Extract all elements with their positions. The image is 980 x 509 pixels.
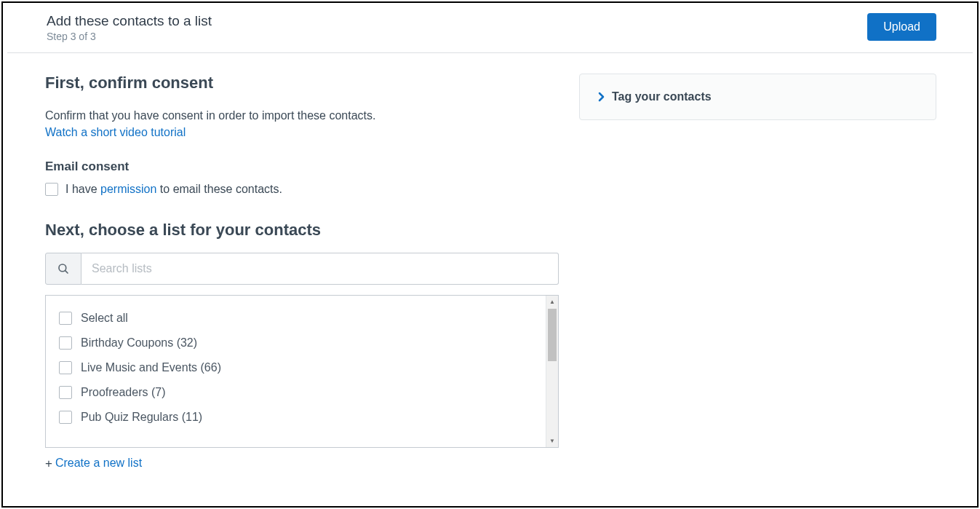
list-item-label: Pub Quiz Regulars (11) bbox=[81, 411, 202, 424]
list-item-label: Live Music and Events (66) bbox=[81, 361, 221, 374]
page-title: Add these contacts to a list bbox=[47, 13, 212, 29]
email-consent-heading: Email consent bbox=[45, 159, 559, 174]
list-item-label: Birthday Coupons (32) bbox=[81, 336, 197, 350]
email-consent-label: I have permission to email these contact… bbox=[65, 183, 282, 196]
plus-icon: + bbox=[45, 457, 52, 470]
consent-description: Confirm that you have consent in order t… bbox=[45, 107, 559, 125]
choose-list-heading: Next, choose a list for your contacts bbox=[45, 221, 559, 240]
scrollbar[interactable]: ▲ ▼ bbox=[546, 296, 558, 447]
search-lists-input[interactable] bbox=[81, 253, 559, 285]
list-checkbox[interactable] bbox=[59, 386, 72, 399]
list-checkbox[interactable] bbox=[59, 361, 72, 374]
video-tutorial-link[interactable]: Watch a short video tutorial bbox=[45, 126, 186, 138]
chevron-right-icon bbox=[597, 92, 605, 102]
list-checkbox[interactable] bbox=[59, 336, 72, 350]
create-new-list-link[interactable]: Create a new list bbox=[55, 457, 142, 470]
list-item[interactable]: Proofreaders (7) bbox=[59, 380, 534, 405]
svg-line-1 bbox=[65, 271, 68, 273]
tag-contacts-title: Tag your contacts bbox=[612, 90, 712, 103]
list-checkbox[interactable] bbox=[59, 312, 72, 325]
list-checkbox[interactable] bbox=[59, 411, 72, 424]
consent-heading: First, confirm consent bbox=[45, 74, 559, 92]
tag-contacts-panel[interactable]: Tag your contacts bbox=[579, 74, 936, 120]
search-icon bbox=[45, 253, 81, 285]
list-item-label: Proofreaders (7) bbox=[81, 386, 166, 399]
list-item-label: Select all bbox=[81, 312, 128, 325]
scroll-thumb[interactable] bbox=[548, 309, 557, 361]
list-item[interactable]: Select all bbox=[59, 306, 534, 331]
list-item[interactable]: Pub Quiz Regulars (11) bbox=[59, 405, 534, 430]
list-item[interactable]: Live Music and Events (66) bbox=[59, 355, 534, 380]
step-indicator: Step 3 of 3 bbox=[47, 31, 212, 42]
upload-button[interactable]: Upload bbox=[867, 13, 936, 41]
list-item[interactable]: Birthday Coupons (32) bbox=[59, 331, 534, 355]
lists-container: Select all Birthday Coupons (32) Live Mu… bbox=[45, 295, 559, 448]
permission-link[interactable]: permission bbox=[100, 183, 156, 195]
email-consent-checkbox[interactable] bbox=[45, 183, 58, 196]
scroll-down-icon[interactable]: ▼ bbox=[546, 435, 558, 447]
scroll-up-icon[interactable]: ▲ bbox=[546, 296, 558, 308]
